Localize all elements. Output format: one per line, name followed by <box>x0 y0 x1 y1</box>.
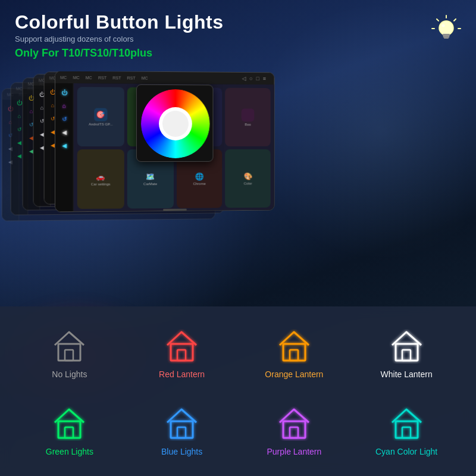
svg-rect-8 <box>444 37 449 39</box>
light-option-green-lights[interactable]: Green Lights <box>18 396 121 464</box>
cyan-light-label: Cyan Color Light <box>375 447 437 456</box>
red-lantern-label: Red Lantern <box>159 369 205 379</box>
svg-rect-16 <box>177 350 186 361</box>
svg-rect-28 <box>402 427 411 438</box>
light-option-cyan-light[interactable]: Cyan Color Light <box>355 396 458 464</box>
light-options-grid: No Lights Red Lantern <box>18 318 458 464</box>
subtitle: Support adjusting dozens of colors <box>15 35 223 43</box>
svg-rect-13 <box>58 344 80 361</box>
light-option-purple-lantern[interactable]: Purple Lantern <box>243 396 346 464</box>
svg-rect-6 <box>443 34 450 36</box>
svg-rect-17 <box>283 344 305 361</box>
compatibility-text: Only For T10/TS10/T10plus <box>15 47 223 60</box>
svg-rect-23 <box>171 421 193 438</box>
svg-point-9 <box>442 24 445 27</box>
white-lantern-label: White Lantern <box>381 369 433 379</box>
light-option-no-lights[interactable]: No Lights <box>18 318 121 387</box>
svg-rect-7 <box>443 36 449 37</box>
light-option-blue-lights[interactable]: Blue Lights <box>130 396 234 464</box>
screens-area: MC RST ⏻ ⌂ ↺ ◀ ◀ MCRST ⏻ ⌂ ↺ ◀ ◀ <box>0 71 476 244</box>
svg-rect-26 <box>290 427 298 438</box>
blue-lights-label: Blue Lights <box>161 447 202 456</box>
screen-card-main: MC MC MC RST RST RST MC ◁○□≡ ⏻ ⌂ ↺ ◀ ◀ <box>55 71 275 212</box>
svg-rect-14 <box>65 350 73 361</box>
svg-point-5 <box>439 21 453 35</box>
svg-rect-24 <box>177 427 186 438</box>
svg-rect-21 <box>58 421 80 438</box>
light-option-red-lantern[interactable]: Red Lantern <box>130 318 234 387</box>
bottom-panel: No Lights Red Lantern <box>0 306 476 476</box>
light-option-white-lantern[interactable]: White Lantern <box>355 318 458 387</box>
bulb-icon <box>431 15 461 45</box>
svg-rect-22 <box>65 427 73 438</box>
no-lights-label: No Lights <box>52 369 87 379</box>
purple-lantern-label: Purple Lantern <box>267 447 321 456</box>
orange-lantern-label: Orange Lantern <box>265 369 323 379</box>
svg-rect-27 <box>396 421 418 438</box>
green-lights-label: Green Lights <box>46 447 93 456</box>
svg-rect-18 <box>290 350 298 361</box>
light-option-orange-lantern[interactable]: Orange Lantern <box>243 318 346 387</box>
svg-rect-20 <box>402 350 411 361</box>
header: Colorful Button Lights Support adjusting… <box>15 12 461 60</box>
svg-rect-19 <box>396 344 418 361</box>
svg-line-1 <box>454 19 456 21</box>
main-title: Colorful Button Lights <box>15 12 223 33</box>
title-section: Colorful Button Lights Support adjusting… <box>15 12 223 60</box>
svg-line-2 <box>437 19 439 21</box>
svg-rect-15 <box>171 344 193 361</box>
svg-point-12 <box>162 111 189 137</box>
svg-rect-25 <box>283 421 305 438</box>
